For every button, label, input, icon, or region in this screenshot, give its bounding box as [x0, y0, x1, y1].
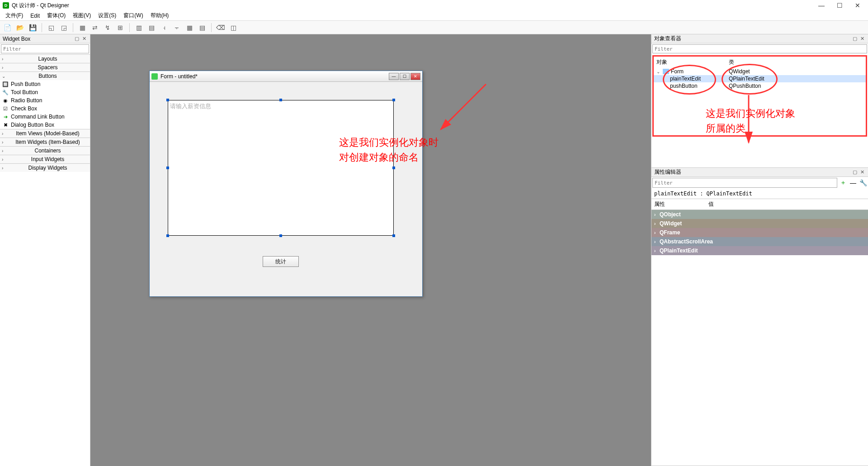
form-title: Form - untitled* [160, 73, 389, 80]
prop-group-qabstractscrollarea[interactable]: ›QAbstractScrollArea [651, 237, 868, 246]
undock-icon[interactable]: ▢ [74, 36, 80, 42]
chevron-right-icon: › [2, 148, 7, 153]
resize-handle[interactable] [166, 99, 169, 101]
layout-h-icon[interactable]: ▥ [133, 22, 144, 33]
object-row-pushbutton[interactable]: pushButton QPushButton [654, 82, 866, 90]
form-body[interactable]: 请输入薪资信息 统计 [150, 82, 422, 296]
settings-icon[interactable]: 🔧 [859, 179, 867, 187]
group-item-views[interactable]: ›Item Views (Model-Based) [0, 129, 90, 138]
menu-window[interactable]: 窗口(W) [120, 11, 146, 20]
chevron-right-icon: › [2, 57, 7, 62]
prop-group-qplaintextedit[interactable]: ›QPlainTextEdit [651, 246, 868, 255]
layout-grid-icon[interactable]: ▦ [184, 22, 195, 33]
app-title: Qt 设计师 - Qt Designer [12, 2, 817, 10]
form-window[interactable]: Form - untitled* — ☐ ✕ 请输入薪资信息 [149, 71, 423, 297]
widget-box-panel: Widget Box ▢ ✕ ›Layouts ›Spacers ⌄Button… [0, 34, 90, 466]
new-icon[interactable]: 📄 [2, 22, 13, 33]
break-layout-icon[interactable]: ⌫ [215, 22, 226, 33]
group-layouts[interactable]: ›Layouts [0, 55, 90, 63]
menu-bar: 文件(F) Edit 窗体(O) 视图(V) 设置(S) 窗口(W) 帮助(H) [0, 11, 868, 21]
widget-tool-button[interactable]: 🔧Tool Button [0, 88, 90, 96]
resize-handle[interactable] [279, 99, 282, 101]
qt-icon [151, 73, 158, 80]
undock-icon[interactable]: ▢ [852, 36, 858, 42]
push-button-widget[interactable]: 统计 [263, 256, 299, 267]
resize-handle[interactable] [392, 166, 395, 169]
send-back-icon[interactable]: ◱ [46, 22, 57, 33]
undock-icon[interactable]: ▢ [852, 169, 858, 176]
close-panel-icon[interactable]: ✕ [859, 169, 865, 176]
plain-text-edit-widget[interactable]: 请输入薪资信息 [168, 100, 394, 236]
widget-box-title: Widget Box [3, 36, 73, 42]
resize-handle[interactable] [279, 234, 282, 237]
widget-push-button[interactable]: 🔲Push Button [0, 80, 90, 88]
close-panel-icon[interactable]: ✕ [81, 36, 87, 42]
remove-property-icon[interactable]: — [849, 179, 857, 187]
chevron-right-icon: › [2, 131, 7, 136]
form-maximize-button[interactable]: ☐ [400, 73, 410, 80]
resize-handle[interactable] [392, 99, 395, 101]
group-containers[interactable]: ›Containers [0, 147, 90, 155]
object-row-plaintextedit[interactable]: plainTextEdit QPlainTextEdit [654, 75, 866, 82]
menu-help[interactable]: 帮助(H) [147, 11, 173, 20]
object-inspector-filter[interactable] [652, 44, 867, 53]
canvas-area[interactable]: Form - untitled* — ☐ ✕ 请输入薪资信息 [90, 34, 651, 466]
property-header: 属性 值 [651, 199, 868, 210]
resize-handle[interactable] [166, 234, 169, 237]
edit-signals-icon[interactable]: ⇄ [90, 22, 100, 33]
form-titlebar[interactable]: Form - untitled* — ☐ ✕ [150, 71, 422, 82]
menu-edit[interactable]: Edit [27, 12, 43, 20]
maximize-button[interactable]: ☐ [835, 1, 844, 10]
menu-file[interactable]: 文件(F) [2, 11, 27, 20]
toolbar-separator [129, 23, 130, 32]
edit-widgets-icon[interactable]: ▦ [77, 22, 88, 33]
group-spacers[interactable]: ›Spacers [0, 63, 90, 71]
object-tree[interactable]: 对象 类 ⌄Form QWidget plainTextEdit QPlainT… [652, 55, 867, 137]
resize-handle[interactable] [166, 166, 169, 169]
save-icon[interactable]: 💾 [27, 22, 38, 33]
object-row-form[interactable]: ⌄Form QWidget [654, 68, 866, 75]
title-bar: D Qt 设计师 - Qt Designer ― ☐ ✕ [0, 0, 868, 11]
layout-hsplit-icon[interactable]: ⫞ [159, 22, 170, 33]
group-item-widgets[interactable]: ›Item Widgets (Item-Based) [0, 138, 90, 146]
property-filter[interactable] [652, 178, 837, 188]
edit-tab-order-icon[interactable]: ⊞ [115, 22, 126, 33]
chevron-right-icon: › [654, 230, 660, 235]
arrow-icon [735, 93, 762, 147]
form-minimize-button[interactable]: — [389, 73, 399, 80]
group-display-widgets[interactable]: ›Display Widgets [0, 164, 90, 172]
bring-front-icon[interactable]: ◲ [58, 22, 69, 33]
object-inspector-panel: 对象查看器 ▢ ✕ 对象 类 ⌄Form QWidget plainTextEd… [651, 34, 868, 168]
group-input-widgets[interactable]: ›Input Widgets [0, 155, 90, 163]
layout-vsplit-icon[interactable]: ⫟ [171, 22, 182, 33]
prop-group-qframe[interactable]: ›QFrame [651, 228, 868, 237]
chevron-right-icon: › [2, 140, 7, 145]
arrow-icon [436, 80, 491, 134]
resize-handle[interactable] [392, 234, 395, 237]
layout-v-icon[interactable]: ▤ [146, 22, 157, 33]
minimize-button[interactable]: ― [817, 1, 826, 10]
form-close-button[interactable]: ✕ [410, 73, 420, 80]
widget-command-link[interactable]: ➔Command Link Button [0, 113, 90, 121]
toolbar-separator [42, 23, 42, 32]
widget-radio-button[interactable]: ◉Radio Button [0, 96, 90, 105]
add-property-icon[interactable]: ＋ [839, 179, 847, 187]
widget-box-filter[interactable] [1, 44, 89, 53]
open-icon[interactable]: 📂 [14, 22, 25, 33]
menu-form[interactable]: 窗体(O) [43, 11, 69, 20]
toolbar-separator [211, 23, 212, 32]
adjust-size-icon[interactable]: ◫ [228, 22, 239, 33]
stats-button[interactable]: 统计 [263, 256, 299, 267]
close-panel-icon[interactable]: ✕ [859, 36, 865, 42]
menu-settings[interactable]: 设置(S) [94, 11, 120, 20]
close-button[interactable]: ✕ [854, 1, 862, 10]
group-buttons[interactable]: ⌄Buttons [0, 72, 90, 80]
edit-buddies-icon[interactable]: ↯ [102, 22, 113, 33]
chevron-down-icon[interactable]: ⌄ [656, 69, 662, 74]
prop-group-qobject[interactable]: ›QObject [651, 210, 868, 219]
prop-group-qwidget[interactable]: ›QWidget [651, 219, 868, 228]
widget-check-box[interactable]: ☑Check Box [0, 105, 90, 113]
widget-dialog-button-box[interactable]: ✖Dialog Button Box [0, 121, 90, 129]
layout-form-icon[interactable]: ▤ [197, 22, 208, 33]
menu-view[interactable]: 视图(V) [69, 11, 94, 20]
